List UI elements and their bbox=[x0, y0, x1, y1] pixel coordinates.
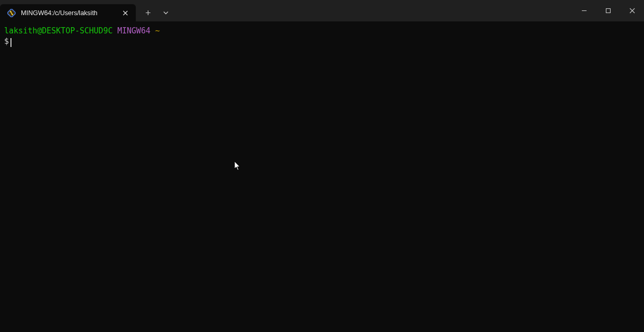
tab-active[interactable]: MINGW64:/c/Users/laksith bbox=[0, 4, 136, 21]
tab-close-button[interactable] bbox=[120, 8, 131, 18]
chevron-down-icon bbox=[163, 11, 169, 15]
minimize-icon bbox=[581, 8, 587, 14]
mouse-cursor-icon bbox=[234, 161, 241, 173]
svg-point-3 bbox=[11, 14, 13, 15]
tab-title: MINGW64:/c/Users/laksith bbox=[21, 9, 116, 17]
terminal-content[interactable]: laksith@DESKTOP-SCHUD9C MINGW64 ~ $ bbox=[0, 21, 644, 51]
svg-point-2 bbox=[10, 11, 11, 13]
plus-icon bbox=[145, 10, 151, 16]
prompt-line: laksith@DESKTOP-SCHUD9C MINGW64 ~ bbox=[4, 26, 640, 36]
prompt-user-host: laksith@DESKTOP-SCHUD9C bbox=[4, 26, 113, 35]
new-tab-button[interactable] bbox=[139, 5, 157, 21]
prompt-symbol: $ bbox=[4, 37, 9, 46]
titlebar-drag-area[interactable] bbox=[174, 0, 572, 21]
text-cursor bbox=[10, 38, 11, 47]
maximize-button[interactable] bbox=[596, 0, 620, 21]
close-window-button[interactable] bbox=[620, 0, 644, 21]
window-controls bbox=[572, 0, 644, 21]
prompt-input-line: $ bbox=[4, 36, 640, 46]
close-icon bbox=[629, 8, 635, 14]
maximize-icon bbox=[605, 8, 611, 14]
svg-rect-4 bbox=[606, 9, 610, 13]
prompt-env: MINGW64 bbox=[118, 26, 150, 35]
tab-actions bbox=[136, 4, 174, 21]
close-icon bbox=[123, 10, 128, 16]
git-bash-icon bbox=[7, 9, 16, 17]
prompt-path: ~ bbox=[155, 26, 160, 35]
titlebar: MINGW64:/c/Users/laksith bbox=[0, 0, 644, 21]
minimize-button[interactable] bbox=[572, 0, 596, 21]
tab-dropdown-button[interactable] bbox=[157, 5, 174, 21]
